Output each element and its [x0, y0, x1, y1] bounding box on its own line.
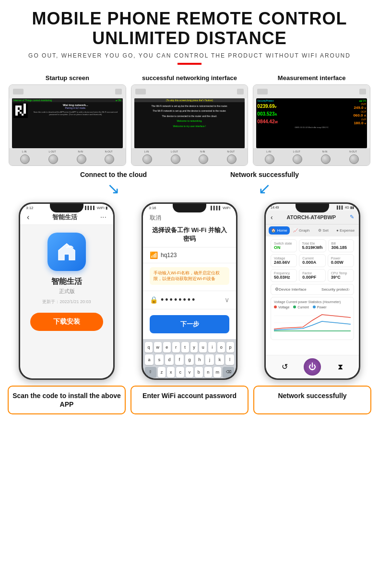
p2-wifi-title: 选择设备工作 Wi-Fi 并输入密码: [150, 226, 229, 243]
p1-back-arrow[interactable]: ‹: [27, 213, 29, 222]
device-top-panel-3: [253, 85, 370, 98]
p3-device-name: ATORCH-AT4PBWP: [287, 214, 336, 220]
action-power[interactable]: ⏻: [304, 358, 321, 376]
key-b[interactable]: b: [195, 367, 202, 377]
device-interface-row[interactable]: ⚙ Device Interface Security protect ›: [271, 284, 354, 295]
legend-current: Current: [293, 306, 308, 309]
on-indicator: ● ON: [116, 99, 121, 102]
screen1-topbar: Internet of Things control monitoring ● …: [12, 98, 123, 102]
p1-download-button[interactable]: 下载安装: [30, 313, 103, 331]
key-d[interactable]: d: [165, 354, 174, 365]
key-k[interactable]: k: [215, 354, 224, 365]
arrow-connect-cloud: Connect to the cloud ↘: [80, 171, 147, 198]
key-s[interactable]: s: [155, 354, 164, 365]
arrow-network-success: Network successfully ↙: [230, 171, 299, 198]
arrow-down-right: ↘: [107, 179, 120, 198]
key-j[interactable]: j: [205, 354, 214, 365]
p2-password-row: 🔒 •••••••• ∨: [143, 291, 236, 309]
key-e[interactable]: e: [163, 342, 171, 353]
key-i[interactable]: i: [208, 342, 216, 353]
key-p[interactable]: p: [226, 342, 234, 353]
phone-frame-2: 3:16 ▌▌▌▌ WiFi 取消 选择设备工作 Wi-Fi 并输入密码 📶 h…: [142, 202, 237, 380]
screen3-content: SecurityProtect ●■ ON 0239.69v OVP 249.0…: [256, 98, 367, 148]
stat-switch-state: Switch state ON: [271, 239, 297, 252]
device-title-measurement: Measurement interface: [253, 74, 370, 82]
qr-code: [13, 104, 28, 118]
key-w[interactable]: w: [154, 342, 162, 353]
p2-title-area: 选择设备工作 Wi-Fi 并输入密码: [143, 226, 236, 247]
arrow-label-cloud: Connect to the cloud: [80, 171, 147, 178]
key-t[interactable]: t: [181, 342, 189, 353]
key-backspace[interactable]: ⌫: [223, 367, 234, 377]
knob-10: [293, 154, 302, 164]
key-m[interactable]: m: [213, 367, 221, 377]
p3-back-arrow[interactable]: ‹: [271, 213, 273, 221]
device-labels-2: L-INL-OUTN-INN-OUT: [133, 150, 246, 153]
key-q[interactable]: q: [145, 342, 153, 353]
p1-update-text: 更新于：2022/1/21 20:03: [42, 299, 91, 305]
key-u[interactable]: u: [199, 342, 207, 353]
key-g[interactable]: g: [185, 354, 194, 365]
startup-screen: Internet of Things control monitoring ● …: [12, 98, 123, 148]
knob-8: [227, 154, 237, 164]
knob-3: [77, 154, 86, 164]
key-f[interactable]: f: [175, 354, 184, 365]
action-timer[interactable]: ⧗: [332, 358, 349, 376]
welcome-text: Welcome to networking.: [136, 119, 244, 123]
key-x[interactable]: x: [167, 367, 175, 377]
knob-5: [142, 154, 152, 164]
p2-time: 3:16: [149, 206, 156, 210]
key-r[interactable]: r: [172, 342, 180, 353]
device-button-left-2: [135, 89, 146, 94]
key-n[interactable]: n: [204, 367, 212, 377]
tab-home[interactable]: 🏠 Home: [269, 226, 290, 235]
chart-svg: [274, 311, 351, 335]
p3-edit-icon[interactable]: ✎: [350, 214, 354, 220]
iot-label: Internet of Things control monitoring: [13, 99, 52, 102]
p1-more-icon[interactable]: ···: [100, 213, 107, 222]
key-o[interactable]: o: [217, 342, 225, 353]
p2-password-dots[interactable]: ••••••••: [161, 295, 222, 305]
knob-4: [105, 154, 114, 164]
key-a[interactable]: a: [145, 354, 154, 365]
key-v[interactable]: v: [186, 367, 193, 377]
stat-total-ele: Total Ele 5.019KWh: [299, 239, 326, 252]
p2-next-button[interactable]: 下一步: [150, 315, 229, 333]
device-knobs-2: [133, 154, 246, 164]
knob-11: [321, 154, 331, 164]
key-h[interactable]: h: [195, 354, 204, 365]
eye-icon[interactable]: ∨: [225, 296, 229, 304]
key-l[interactable]: l: [225, 354, 234, 365]
chart-legend: Voltage Current Power: [274, 306, 351, 309]
p2-cancel-btn[interactable]: 取消: [150, 214, 161, 222]
key-c[interactable]: c: [176, 367, 184, 377]
device-knobs: [11, 154, 124, 164]
measurement-screen: SecurityProtect ●■ ON 0239.69v OVP 249.0…: [256, 98, 367, 148]
arrow-label-network: Network successfully: [230, 171, 299, 178]
stat-power: Power 0.00W: [328, 254, 354, 267]
device-labels: L-INL-OUTN-INN-OUT: [11, 150, 124, 153]
arrows-section: Connect to the cloud ↘ Network successfu…: [0, 168, 379, 200]
phone-screen-2: 3:16 ▌▌▌▌ WiFi 取消 选择设备工作 Wi-Fi 并输入密码 📶 h…: [143, 204, 236, 378]
key-z[interactable]: z: [158, 367, 166, 377]
tab-expense[interactable]: ● Expense: [335, 226, 356, 235]
device-button-right-3: [359, 89, 366, 94]
p1-time: 3:12: [26, 206, 34, 210]
key-y[interactable]: y: [190, 342, 198, 353]
lock-icon: 🔒: [150, 296, 158, 304]
phone-screen-1: 3:12 ▌▌▌▌ WiFi ▮ ‹ 智能生活 ···: [20, 204, 113, 378]
keyboard-row-2: a s d f g h j k l: [145, 354, 234, 365]
action-refresh[interactable]: ↺: [276, 358, 293, 376]
caption-box-3: Network successfully: [253, 386, 371, 414]
p1-header-title: 智能生活: [52, 213, 77, 222]
tab-graph[interactable]: 📈 Graph: [291, 226, 312, 235]
device-title-networking: successful networking interface: [131, 74, 249, 82]
key-shift[interactable]: ⇧: [145, 367, 156, 377]
screen2-top: (To skip this screen,long press the*+*bu…: [134, 98, 245, 102]
s3-current-value: 003.523A: [257, 111, 277, 117]
device-frame-startup: Internet of Things control monitoring ● …: [9, 84, 126, 166]
tab-set[interactable]: ⚙ Set: [313, 226, 334, 235]
s3-footer: 06/05 10:15:10 Wed ♦ Air temp:039.0°C: [257, 126, 366, 129]
screen1-body: Wai ting network... Pairing in EZ mode. …: [12, 102, 123, 119]
phones-section: 3:12 ▌▌▌▌ WiFi ▮ ‹ 智能生活 ···: [0, 202, 379, 380]
